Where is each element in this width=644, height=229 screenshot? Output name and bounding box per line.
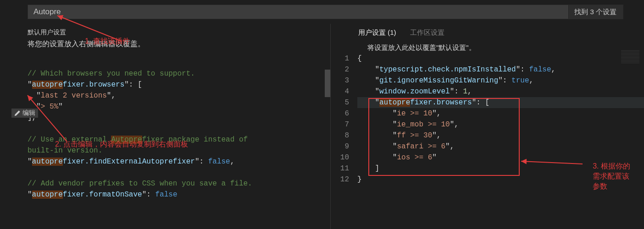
- comment-line: // Which browsers you need to support.: [28, 70, 195, 78]
- user-settings-desc: 将设置放入此处以覆盖"默认设置"。: [331, 41, 644, 53]
- line-gutter: 123 456 789 101112: [331, 53, 357, 185]
- minimap[interactable]: [621, 50, 639, 64]
- settings-search-bar: 找到 3 个设置: [28, 5, 623, 19]
- default-settings-panel: 默认用户设置 将您的设置放入右侧编辑器以覆盖。 编辑 // Which brow…: [0, 24, 330, 229]
- tab-workspace-settings[interactable]: 工作区设置: [410, 28, 444, 37]
- search-input[interactable]: [28, 5, 567, 18]
- editor-lines: { "typescript.check.npmIsInstalled": fal…: [357, 53, 644, 185]
- user-settings-panel: 用户设置 (1) 工作区设置 将设置放入此处以覆盖"默认设置"。 123 456…: [330, 24, 644, 229]
- scrollbar-thumb[interactable]: [325, 70, 330, 97]
- search-result-count: 找到 3 个设置: [567, 5, 623, 19]
- edit-button[interactable]: 编辑: [11, 109, 38, 118]
- pencil-icon: [14, 110, 21, 116]
- edit-label: 编辑: [22, 109, 35, 117]
- user-settings-editor[interactable]: 123 456 789 101112 { "typescript.check.n…: [331, 53, 644, 185]
- default-settings-title: 默认用户设置: [28, 28, 321, 37]
- tab-user-settings[interactable]: 用户设置 (1): [358, 28, 396, 37]
- default-settings-desc: 将您的设置放入右侧编辑器以覆盖。: [28, 39, 321, 49]
- default-settings-code[interactable]: // Which browsers you need to support. "…: [28, 57, 321, 200]
- settings-tabs: 用户设置 (1) 工作区设置: [331, 24, 644, 41]
- split-panels: 默认用户设置 将您的设置放入右侧编辑器以覆盖。 编辑 // Which brow…: [0, 24, 644, 229]
